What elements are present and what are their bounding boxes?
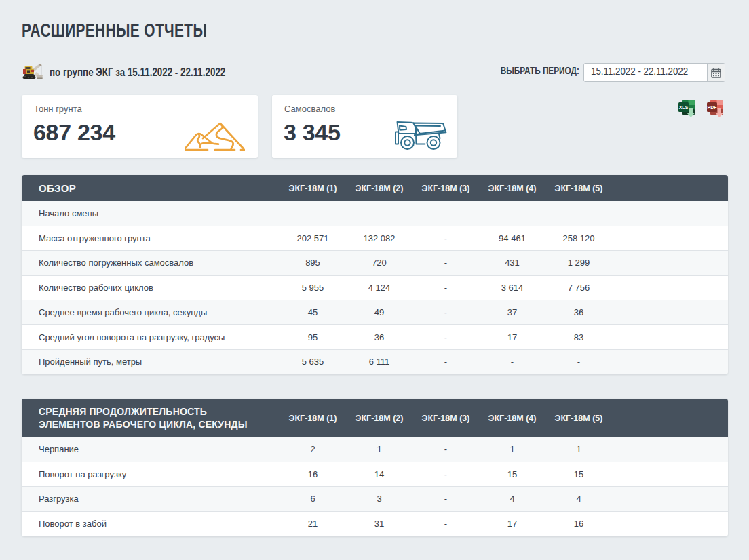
svg-text:PDF: PDF	[708, 105, 718, 110]
svg-text:XLS: XLS	[679, 105, 689, 110]
